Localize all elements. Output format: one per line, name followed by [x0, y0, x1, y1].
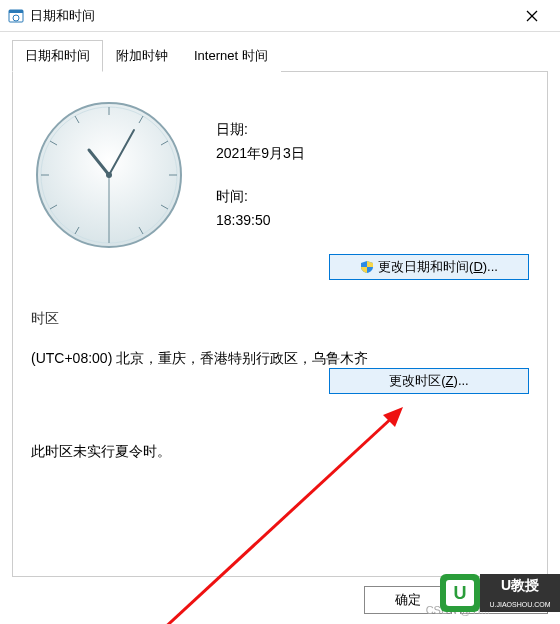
analog-clock: [31, 90, 186, 260]
content-area: 日期和时间 附加时钟 Internet 时间: [0, 32, 560, 585]
svg-text:U: U: [454, 583, 467, 603]
tab-panel-datetime: 日期: 2021年9月3日 时间: 18:39:50 更改日期和时间(D)...…: [12, 72, 548, 577]
svg-point-22: [106, 172, 112, 178]
shield-icon: [360, 260, 374, 274]
close-button[interactable]: [512, 2, 552, 30]
tab-internet-time[interactable]: Internet 时间: [181, 40, 281, 72]
change-date-time-button[interactable]: 更改日期和时间(D)...: [329, 254, 529, 280]
datetime-info: 日期: 2021年9月3日 时间: 18:39:50: [216, 90, 305, 260]
change-dt-label: 更改日期和时间(D)...: [378, 258, 498, 276]
date-value: 2021年9月3日: [216, 142, 305, 164]
date-label: 日期:: [216, 118, 305, 140]
change-timezone-button[interactable]: 更改时区(Z)...: [329, 368, 529, 394]
close-icon: [526, 10, 538, 22]
timezone-value: (UTC+08:00) 北京，重庆，香港特别行政区，乌鲁木齐: [31, 350, 529, 368]
tab-strip: 日期和时间 附加时钟 Internet 时间: [12, 40, 548, 72]
svg-marker-24: [383, 407, 403, 427]
app-icon: [8, 8, 24, 24]
datetime-row: 日期: 2021年9月3日 时间: 18:39:50: [31, 90, 529, 260]
time-label: 时间:: [216, 185, 305, 207]
clock-face-icon: [34, 100, 184, 250]
dst-note: 此时区未实行夏令时。: [31, 443, 529, 461]
ujs-top-text: U教授: [501, 577, 539, 593]
window-title: 日期和时间: [30, 7, 512, 25]
timezone-section-label: 时区: [31, 310, 529, 328]
ujs-bottom-text: U.JIAOSHOU.COM: [489, 601, 550, 608]
titlebar: 日期和时间: [0, 0, 560, 32]
change-tz-label: 更改时区(Z)...: [389, 373, 468, 388]
tab-datetime[interactable]: 日期和时间: [12, 40, 103, 72]
time-value: 18:39:50: [216, 209, 305, 231]
svg-rect-1: [9, 10, 23, 13]
tab-additional-clocks[interactable]: 附加时钟: [103, 40, 181, 72]
watermark-ujiaoshou: U U教授 U.JIAOSHOU.COM: [440, 562, 560, 624]
